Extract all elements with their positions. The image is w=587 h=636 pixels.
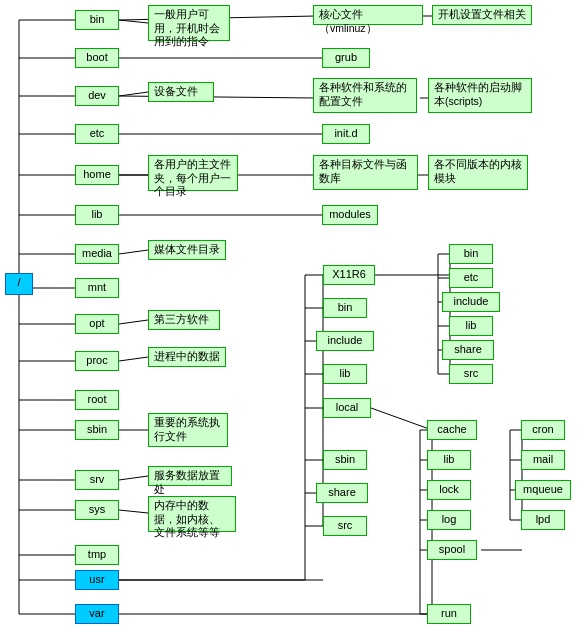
initd-node: init.d — [322, 124, 370, 144]
local-node: local — [323, 398, 371, 418]
usr-sbin-node: sbin — [323, 450, 367, 470]
srv-desc: 服务数据放置处 — [148, 466, 232, 486]
svg-line-30 — [119, 250, 148, 254]
scripts2-desc: 各种软件的启动脚本(scripts) — [428, 78, 532, 113]
lib-node: lib — [75, 205, 119, 225]
srv-node: srv — [75, 470, 119, 490]
etc-node: etc — [75, 124, 119, 144]
mail-node: mail — [521, 450, 565, 470]
media-desc: 媒体文件目录 — [148, 240, 226, 260]
var-lock-node: lock — [427, 480, 471, 500]
usr-lib-node: lib — [323, 364, 367, 384]
vmlinuz-desc: 核心文件（vmlinuz） — [313, 5, 423, 25]
root-dir-node: root — [75, 390, 119, 410]
var-cache-node: cache — [427, 420, 477, 440]
x11-lib-node: lib — [449, 316, 493, 336]
mnt-node: mnt — [75, 278, 119, 298]
svg-line-18 — [119, 20, 148, 23]
root-node: / — [5, 273, 33, 295]
var-node: var — [75, 604, 119, 624]
kernel-desc: 各不同版本的内核模块 — [428, 155, 528, 190]
bin-node: bin — [75, 10, 119, 30]
grub-node: grub — [322, 48, 370, 68]
cron-node: cron — [521, 420, 565, 440]
var-log-node: log — [427, 510, 471, 530]
tmp-node: tmp — [75, 545, 119, 565]
svg-line-35 — [119, 510, 148, 513]
usr-node: usr — [75, 570, 119, 590]
sys-node: sys — [75, 500, 119, 520]
var-spool-node: spool — [427, 540, 477, 560]
media-node: media — [75, 244, 119, 264]
targets-desc: 各种目标文件与函数库 — [313, 155, 418, 190]
config-desc: 各种软件和系统的配置文件 — [313, 78, 417, 113]
sbin-desc: 重要的系统执行文件 — [148, 413, 228, 447]
dev-desc: 设备文件 — [148, 82, 214, 102]
x11-etc-node: etc — [449, 268, 493, 288]
filesystem-diagram: { "nodes": { "root": {"label": "/", "x":… — [0, 0, 587, 636]
sys-desc: 内存中的数据，如内核、文件系统等等 — [148, 496, 236, 532]
opt-desc: 第三方软件 — [148, 310, 220, 330]
dev-node: dev — [75, 86, 119, 106]
svg-line-32 — [119, 357, 148, 361]
boot-node: boot — [75, 48, 119, 68]
x11-bin-node: bin — [449, 244, 493, 264]
var-run-node: run — [427, 604, 471, 624]
sbin-node: sbin — [75, 420, 119, 440]
home-node: home — [75, 165, 119, 185]
usr-include-node: include — [316, 331, 374, 351]
svg-line-22 — [119, 92, 148, 96]
x11-include-node: include — [442, 292, 500, 312]
bin-desc: 一般用户可用，开机时会用到的指令 — [148, 5, 230, 41]
svg-line-57 — [371, 408, 432, 430]
modules-node: modules — [322, 205, 378, 225]
proc-node: proc — [75, 351, 119, 371]
x11-src-node: src — [449, 364, 493, 384]
home-desc: 各用户的主文件夹，每个用户一个目录 — [148, 155, 238, 191]
usr-share-node: share — [316, 483, 368, 503]
x11-share-node: share — [442, 340, 494, 360]
opt-node: opt — [75, 314, 119, 334]
mqueue-node: mqueue — [515, 480, 571, 500]
scripts-desc: 开机设置文件相关 — [432, 5, 532, 25]
usr-bin-node: bin — [323, 298, 367, 318]
usr-src-node: src — [323, 516, 367, 536]
proc-desc: 进程中的数据 — [148, 347, 226, 367]
svg-line-31 — [119, 320, 148, 324]
svg-line-34 — [119, 476, 148, 480]
var-lib-node: lib — [427, 450, 471, 470]
lpd-node: lpd — [521, 510, 565, 530]
X11R6-node: X11R6 — [323, 265, 375, 285]
